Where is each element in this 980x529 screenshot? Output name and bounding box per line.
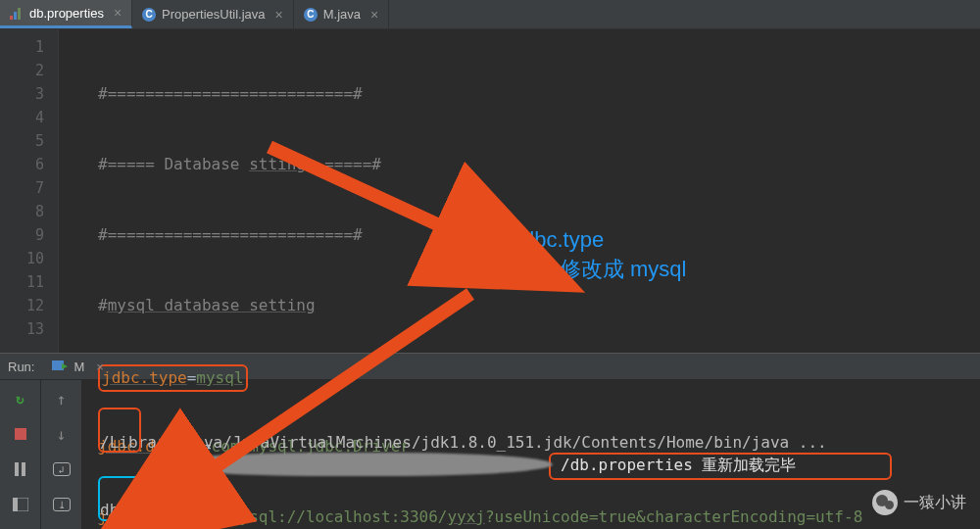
layout-button[interactable] — [10, 494, 31, 515]
run-config-icon — [52, 359, 68, 375]
code-area[interactable]: #==========================# #===== Data… — [59, 29, 862, 353]
svg-rect-0 — [10, 16, 13, 20]
rerun-button[interactable]: ↻ — [10, 388, 31, 409]
run-label: Run: — [8, 360, 34, 374]
close-icon[interactable]: × — [114, 5, 122, 21]
stop-button[interactable] — [10, 423, 31, 445]
java-class-icon: C — [304, 8, 318, 22]
up-button[interactable]: ↑ — [51, 388, 73, 409]
run-config[interactable]: M × — [52, 359, 103, 375]
svg-rect-2 — [18, 8, 21, 20]
run-toolbar-right: ↑ ↓ ↲ ⤓ — [41, 380, 82, 529]
redaction-scribble — [161, 453, 553, 476]
scroll-end-button[interactable]: ⤓ — [51, 494, 73, 515]
tab-properties-util[interactable]: C PropertiesUtil.java × — [132, 0, 294, 28]
tab-db-properties[interactable]: db.properties × — [0, 0, 132, 28]
tab-m-java[interactable]: C M.java × — [294, 0, 389, 28]
pause-button[interactable] — [10, 458, 31, 480]
line-gutter: 123 456 789 101112 13 — [0, 29, 59, 353]
wechat-icon — [872, 490, 898, 515]
run-toolbar-left: ↻ — [0, 380, 41, 529]
annotation-text: 把 jdbc.type 从 db2 修改成 mysql — [490, 225, 687, 284]
close-icon[interactable]: × — [96, 360, 104, 374]
editor-tabs: db.properties × C PropertiesUtil.java × … — [0, 0, 980, 29]
soft-wrap-button[interactable]: ↲ — [51, 458, 73, 480]
code-editor[interactable]: 123 456 789 101112 13 #=================… — [0, 29, 980, 353]
tab-label: PropertiesUtil.java — [162, 7, 266, 22]
close-icon[interactable]: × — [275, 7, 283, 23]
svg-marker-4 — [62, 363, 68, 369]
tab-label: db.properties — [29, 6, 104, 21]
console-line: db2 — [100, 499, 827, 521]
annotation-box-mysql — [98, 476, 161, 521]
wechat-watermark: 一猿小讲 — [872, 490, 966, 515]
svg-rect-6 — [13, 498, 18, 511]
java-class-icon: C — [142, 8, 156, 22]
console-command: /Library/Java/JavaVirtualMachines/jdk1.8… — [100, 431, 827, 454]
properties-file-icon — [10, 6, 24, 20]
down-button[interactable]: ↓ — [51, 423, 73, 445]
svg-rect-1 — [14, 12, 17, 20]
tab-label: M.java — [323, 7, 361, 22]
close-icon[interactable]: × — [370, 7, 378, 23]
console-reload-text: /db.properties 重新加载完毕 — [561, 454, 797, 476]
annotation-box-db2 — [98, 408, 141, 453]
